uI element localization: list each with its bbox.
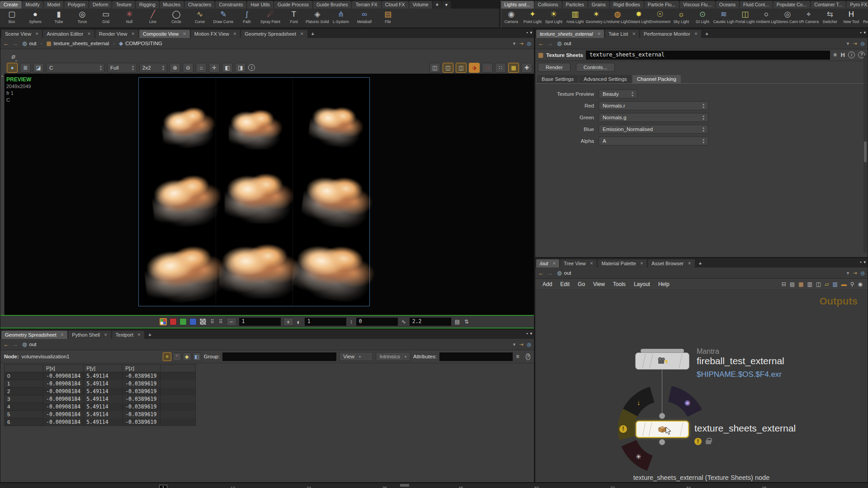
shelf-tab-texture[interactable]: Texture [112,1,135,9]
tab-performance-monitor[interactable]: Performance Monitor✕ [640,30,701,38]
view-sphere-icon[interactable]: ● [7,63,18,73]
shelf-tab-terrain-fx[interactable]: Terrain FX [352,1,381,9]
tab-texture-sheets-external[interactable]: texture_sheets_external✕ [536,30,604,38]
channel-red-toggle[interactable] [170,318,177,325]
gain-field[interactable]: 1 [239,318,281,326]
overlay-a-icon[interactable]: ◧ [222,63,233,73]
dither-b-icon[interactable]: ⠿ [218,319,224,325]
geometry-light-tool[interactable]: ✶Geometry Light [585,9,607,28]
tab-geometry-spreadsheet[interactable]: Geometry Spreadsheet✕ [1,331,67,339]
point-attribute-table[interactable]: P[x]P[y]P[z]0-0.009081845.49114-0.038961… [4,364,196,426]
new-tab-button[interactable]: + [145,331,154,339]
tab-render-view[interactable]: Render View✕ [95,30,138,38]
current-frame-field[interactable]: 1 [159,485,167,488]
table-icon[interactable]: ▤ [454,319,461,325]
table-row[interactable]: 1-0.009081845.49114-0.0389619 [5,380,196,388]
new-tab-button[interactable]: + [702,30,711,38]
tab-textport[interactable]: Textport✕ [112,331,145,339]
tree-icon[interactable]: ⊟ [780,281,788,287]
close-icon[interactable]: ✕ [233,30,237,38]
back-arrow-icon[interactable]: ← [538,40,544,47]
close-icon[interactable]: ✕ [137,331,141,339]
menu-add[interactable]: Add [539,280,556,288]
grid-dots-icon[interactable]: ∷ [495,63,506,73]
frame-home-icon[interactable]: ⌂ [196,63,207,73]
shelf-tab-grains[interactable]: Grains [588,1,609,9]
close-icon[interactable]: ✕ [597,30,600,38]
shelf-tab-particle-flu-[interactable]: Particle Flu... [644,1,679,9]
read-file-tool[interactable]: ▤Read (File) [862,9,868,28]
sphere-tool[interactable]: ●Sphere [24,9,47,28]
shelf-tab-rigid-bodies[interactable]: Rigid Bodies [610,1,644,9]
node-input-connector[interactable] [659,413,665,419]
back-arrow-icon[interactable]: ← [3,341,9,348]
tab-composite-view[interactable]: Composite View✕ [139,30,190,38]
shelf-tab-particles[interactable]: Particles [562,1,588,9]
shelf-tab-oceans[interactable]: Oceans [716,1,739,9]
new-tab-button[interactable]: + [308,30,317,38]
file-tool[interactable]: ▤File [376,9,400,28]
back-arrow-icon[interactable]: ← [3,40,9,47]
breadcrumb-out[interactable]: ◍out [555,269,573,277]
menu-tools[interactable]: Tools [609,280,629,288]
gamma-field[interactable]: 2.2 [410,318,451,326]
pane-menu-icon[interactable]: ▾ [530,30,532,35]
channel-blue-toggle[interactable] [189,318,197,325]
crosshair-icon[interactable]: ✚ [521,63,532,73]
intrinsics-dropdown[interactable]: Intrinsics▾ [376,352,411,361]
stepper-icon[interactable]: ▴▾ [100,65,102,71]
close-icon[interactable]: ✕ [632,30,636,38]
breadcrumb-compositing[interactable]: ◆COMPOSITING [117,39,164,47]
mantra-node[interactable] [635,352,689,370]
layout-select[interactable]: 2x2▴▾ [139,63,167,73]
help-icon[interactable]: ? [526,353,530,360]
shelf-tab-characters[interactable]: Characters [184,1,215,9]
channel-green-toggle[interactable] [179,318,187,325]
asset-box-icon[interactable]: ▬ [840,281,848,287]
l-system-tool[interactable]: ⋔L-System [329,9,353,28]
platonic-solids-tool[interactable]: ◈Platonic Solids [306,9,329,28]
close-icon[interactable]: ✕ [183,30,186,38]
gain-plus-button[interactable]: + [283,318,293,326]
link-icon[interactable]: ◎ [527,342,531,347]
close-icon[interactable]: ✕ [131,30,135,38]
close-icon[interactable]: ✕ [552,259,556,267]
stepper-icon[interactable]: ▴▾ [703,114,704,121]
background-image-icon[interactable]: ▨ [831,281,839,287]
shelf-tab-fluid-cont-[interactable]: Fluid Cont... [740,1,773,9]
texture-node-name-label[interactable]: texture_sheets_external [694,423,796,434]
shelf-tab-polygon[interactable]: Polygon [64,1,89,9]
shelf-tab-container-t-[interactable]: Container T... [811,1,846,9]
shelf-divider[interactable] [499,0,501,28]
column-header-P[y][interactable]: P[y] [84,365,123,372]
pane-maximize-icon[interactable]: ▪ [526,30,528,35]
vertical-splitter[interactable] [534,28,535,483]
shelf-tab-rigging[interactable]: Rigging [136,1,159,9]
list-icon[interactable]: ▤ [788,281,796,287]
plane-select[interactable]: C▴▾ [46,63,105,73]
table-row[interactable]: 0-0.009081845.49114-0.0389619 [5,372,196,380]
close-icon[interactable]: ✕ [688,259,691,267]
pane-menu-icon[interactable]: ▾ [863,260,866,264]
pane-maximize-icon[interactable]: ▪ [526,331,528,336]
pin-icon[interactable]: ⇥ [519,41,523,47]
attribute-menu-icon[interactable]: ≡ [515,353,520,360]
param-tab-channel-packing[interactable]: Channel Packing [632,75,681,83]
note-icon[interactable]: ▱ [823,281,830,287]
caustic-light-tool[interactable]: ≋Caustic Light [713,9,734,28]
shelf-tab-collisions[interactable]: Collisions [534,1,562,9]
render-button[interactable]: Render [538,63,571,72]
render-view-icon[interactable]: ◉ [684,399,690,407]
pane-menu-icon[interactable]: ▾ [863,30,866,35]
area-light-tool[interactable]: ▥Area Light [564,9,585,28]
tab-material-palette[interactable]: Material Palette✕ [598,259,647,267]
pane-maximize-icon[interactable]: ▪ [860,260,861,264]
zoom-out-icon[interactable]: ⊖ [183,63,193,73]
tab-python-shell[interactable]: Python Shell✕ [68,331,111,339]
parameters-scrollbar[interactable] [863,56,867,253]
menu-help[interactable]: Help [655,280,673,288]
layout-three-icon[interactable]: ◫ [456,63,467,73]
forward-arrow-icon[interactable]: → [12,341,18,348]
shelf-tab-volume[interactable]: Volume [409,1,432,9]
environment-light-tool[interactable]: ☉Environment Light [649,9,670,28]
